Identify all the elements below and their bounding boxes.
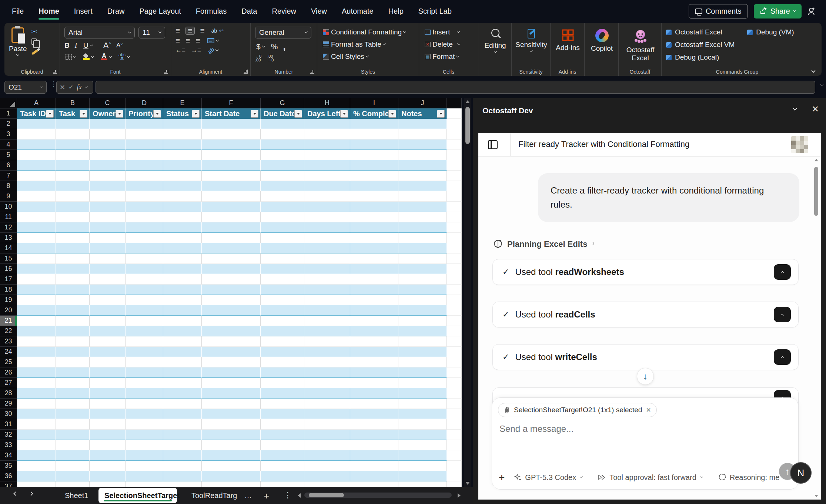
scrollbar-thumb[interactable] xyxy=(465,107,470,144)
row-header[interactable]: 2 xyxy=(0,119,17,129)
grid-cell[interactable] xyxy=(304,430,350,440)
font-size-select[interactable]: 11 xyxy=(138,27,165,38)
grid-cell[interactable] xyxy=(202,388,261,399)
grid-cell[interactable] xyxy=(350,119,398,129)
table-header-cell[interactable]: Owner xyxy=(90,108,126,119)
column-header[interactable]: G xyxy=(261,98,304,108)
grid-cell[interactable] xyxy=(398,316,447,326)
table-header-cell[interactable]: Due Date xyxy=(261,108,304,119)
confirm-entry-button[interactable]: ✓ xyxy=(68,84,73,91)
grid-cell[interactable] xyxy=(447,233,462,243)
grid-cell[interactable] xyxy=(447,367,462,378)
grid-cell[interactable] xyxy=(447,171,462,181)
grid-cell[interactable] xyxy=(447,419,462,430)
align-left-button[interactable]: ≡ xyxy=(175,37,180,44)
conditional-formatting-button[interactable]: Conditional Formatting xyxy=(322,28,415,37)
grid-cell[interactable] xyxy=(350,305,398,316)
scroll-up-arrow[interactable] xyxy=(465,100,470,103)
grid-cell[interactable] xyxy=(350,378,398,388)
grid-cell[interactable] xyxy=(202,285,261,295)
grid-cell[interactable] xyxy=(163,233,202,243)
grid-cell[interactable] xyxy=(90,399,126,409)
grid-cell[interactable] xyxy=(447,108,462,119)
grid-cell[interactable] xyxy=(202,243,261,253)
grid-cell[interactable] xyxy=(17,264,56,274)
grid-cell[interactable] xyxy=(163,326,202,336)
grid-cell[interactable] xyxy=(447,191,462,202)
align-center-button[interactable]: ≡ xyxy=(185,37,190,44)
align-right-button[interactable]: ≡ xyxy=(196,37,200,44)
table-header-cell[interactable]: Task ID xyxy=(17,108,56,119)
grid-cell[interactable] xyxy=(126,202,163,212)
grid-cell[interactable] xyxy=(56,357,90,367)
grid-cell[interactable] xyxy=(56,367,90,378)
grid-cell[interactable] xyxy=(261,378,304,388)
grid-cell[interactable] xyxy=(90,347,126,357)
sheet-tab-selectionsheettarget[interactable]: SelectionSheetTarget xyxy=(98,488,177,503)
grid-cell[interactable] xyxy=(398,253,447,264)
grid-horizontal-scrollbar[interactable] xyxy=(298,492,461,499)
row-header[interactable]: 33 xyxy=(0,440,17,450)
grid-cell[interactable] xyxy=(304,264,350,274)
grid-cell[interactable] xyxy=(17,409,56,419)
grid-cell[interactable] xyxy=(202,399,261,409)
format-painter-button[interactable] xyxy=(31,49,38,55)
grid-cell[interactable] xyxy=(163,440,202,450)
italic-button[interactable]: I xyxy=(75,41,77,50)
filter-button[interactable] xyxy=(388,110,396,118)
grid-cell[interactable] xyxy=(447,316,462,326)
grid-cell[interactable] xyxy=(398,191,447,202)
grid-cell[interactable] xyxy=(447,285,462,295)
grid-cell[interactable] xyxy=(350,316,398,326)
comments-button[interactable]: Comments xyxy=(689,4,748,19)
grid-cell[interactable] xyxy=(202,316,261,326)
grid-cell[interactable] xyxy=(126,461,163,471)
font-color-button[interactable]: A xyxy=(100,53,113,61)
menu-view[interactable]: View xyxy=(311,7,327,16)
increase-decimal-button[interactable]: .00→0 xyxy=(267,54,274,62)
grid-cell[interactable] xyxy=(163,357,202,367)
row-header[interactable]: 32 xyxy=(0,430,17,440)
grid-cell[interactable] xyxy=(163,305,202,316)
grid-cell[interactable] xyxy=(17,243,56,253)
grid-cell[interactable] xyxy=(261,253,304,264)
grid-cell[interactable] xyxy=(398,450,447,461)
grid-cell[interactable] xyxy=(56,212,90,222)
grid-cell[interactable] xyxy=(90,295,126,305)
filter-button[interactable] xyxy=(340,110,348,118)
cell-styles-button[interactable]: Cell Styles xyxy=(322,52,415,61)
grid-cell[interactable] xyxy=(126,253,163,264)
grid-cell[interactable] xyxy=(126,481,163,487)
grid-cell[interactable] xyxy=(304,274,350,285)
sheet-options-button[interactable]: ⋮ xyxy=(284,490,292,500)
grid-cell[interactable] xyxy=(447,461,462,471)
row-header[interactable]: 4 xyxy=(0,140,17,150)
add-attachment-button[interactable]: + xyxy=(499,471,505,483)
grid-cell[interactable] xyxy=(126,212,163,222)
avatar[interactable] xyxy=(791,136,808,153)
grid-cell[interactable] xyxy=(447,357,462,367)
grid-cell[interactable] xyxy=(350,357,398,367)
grid-cell[interactable] xyxy=(350,388,398,399)
grid-cell[interactable] xyxy=(350,191,398,202)
delete-cells-button[interactable]: ✕ Delete xyxy=(424,40,474,49)
grid-cell[interactable] xyxy=(56,129,90,140)
grid-cell[interactable] xyxy=(304,316,350,326)
grid-cell[interactable] xyxy=(350,347,398,357)
table-header-cell[interactable]: % Complete xyxy=(350,108,398,119)
grid-cell[interactable] xyxy=(398,357,447,367)
grid-cell[interactable] xyxy=(202,212,261,222)
currency-button[interactable]: $ xyxy=(255,42,266,51)
number-format-select[interactable]: General xyxy=(255,27,311,38)
grid-cell[interactable] xyxy=(350,461,398,471)
grid-cell[interactable] xyxy=(350,264,398,274)
grid-cell[interactable] xyxy=(126,243,163,253)
insert-function-button[interactable]: fx xyxy=(77,83,82,91)
grid-cell[interactable] xyxy=(350,409,398,419)
row-header[interactable]: 12 xyxy=(0,222,17,233)
grid-cell[interactable] xyxy=(350,129,398,140)
grid-cell[interactable] xyxy=(126,440,163,450)
decrease-indent-button[interactable]: ←≡ xyxy=(175,47,185,54)
filter-button[interactable] xyxy=(437,110,445,118)
grid-cell[interactable] xyxy=(261,481,304,487)
